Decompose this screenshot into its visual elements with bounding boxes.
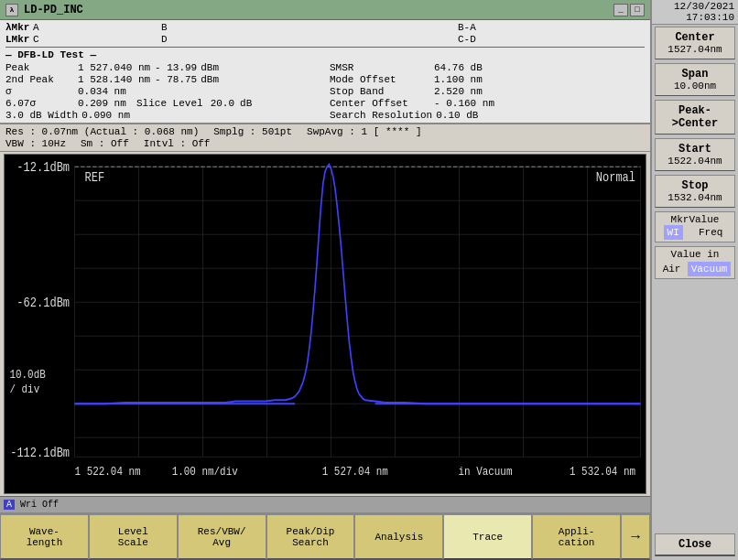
dfb-center-val: - 0.160 nm: [434, 98, 494, 109]
dfb-slice-unit: dB: [240, 98, 252, 109]
res-vbw-avg-button[interactable]: Res/VBW/Avg: [178, 514, 266, 560]
dfb-peak-unit: dBm: [201, 62, 219, 73]
center-button[interactable]: Center 1527.04nm: [655, 27, 735, 59]
span-value: 10.00nm: [657, 81, 733, 92]
settings-line-2: VBW : 10Hz Sm : Off Intvl : Off: [5, 138, 645, 149]
mkr-value-section: MkrValue WI Freq: [655, 211, 735, 242]
application-button[interactable]: Appli-cation: [532, 514, 621, 560]
span-button[interactable]: Span 10.00nm: [655, 63, 735, 96]
dfb-6sigma-val: 0.209 nm: [78, 98, 133, 109]
svg-text:/ div: / div: [9, 382, 39, 396]
res-label: Res : 0.07nm (Actual : 0.068 nm): [5, 126, 199, 137]
svg-text:1 522.04 nm: 1 522.04 nm: [75, 465, 141, 479]
dfb-smsr-row: SMSR 64.76 dB: [330, 62, 645, 73]
lambda-mkr-ba: B-A: [348, 22, 645, 33]
dfb-6sigma-row: 6.07σ 0.209 nm Slice Level 20.0 dB: [5, 98, 320, 109]
dfb-peak-dbm: - 13.99: [155, 62, 197, 73]
sm-label: Sm : Off: [81, 138, 129, 149]
lambda-mkr-b: B: [51, 22, 348, 33]
wri-bar: A Wri Off: [0, 496, 650, 512]
peak-center-button[interactable]: Peak->Center: [655, 100, 735, 135]
main-container: λ LD-PD_INC _ □ λMkr A B B-A LMkr C D C-…: [0, 0, 738, 560]
dfb-title: — DFB-LD Test —: [5, 49, 645, 60]
vacuum-option[interactable]: Vacuum: [688, 262, 732, 276]
maximize-button[interactable]: □: [630, 4, 645, 16]
marker-row-1: λMkr A B B-A: [5, 22, 645, 33]
svg-text:-12.1dBm: -12.1dBm: [16, 161, 70, 176]
svg-text:-112.1dBm: -112.1dBm: [10, 446, 70, 460]
date-display: 12/30/2021: [656, 1, 734, 12]
span-label: Span: [657, 68, 733, 81]
svg-text:in Vacuum: in Vacuum: [459, 465, 513, 479]
swpavg-label: SwpAvg : 1 [ **** ]: [307, 126, 421, 137]
dfb-peak-row: Peak 1 527.040 nm - 13.99 dBm: [5, 62, 320, 73]
info-panel: λMkr A B B-A LMkr C D C-D — DFB-LD Test …: [0, 20, 650, 124]
center-value: 1527.04nm: [657, 44, 733, 55]
dfb-left: Peak 1 527.040 nm - 13.99 dBm 2nd Peak 1…: [5, 62, 320, 121]
svg-text:1 532.04 nm: 1 532.04 nm: [570, 465, 635, 479]
dfb-search-row: Search Resolution 0.10 dB: [330, 110, 645, 121]
app-icon: λ: [5, 4, 18, 16]
dfb-smsr-label: SMSR: [330, 62, 430, 73]
title-bar-left: λ LD-PD_INC: [5, 4, 83, 16]
dfb-smsr-val: 64.76 dB: [434, 62, 483, 73]
level-scale-button[interactable]: LevelScale: [89, 514, 178, 560]
l-mkr-c: C: [33, 34, 51, 45]
stop-value: 1532.04nm: [657, 192, 733, 203]
wavelength-button[interactable]: Wave-length: [0, 514, 89, 560]
title-bar: λ LD-PD_INC _ □: [0, 0, 650, 20]
start-button[interactable]: Start 1522.04nm: [655, 138, 735, 171]
dfb-stop-row: Stop Band 2.520 nm: [330, 86, 645, 97]
stop-button[interactable]: Stop 1532.04nm: [655, 175, 735, 208]
mkr-freq-option[interactable]: Freq: [695, 225, 726, 240]
value-in-section: Value in Air Vacuum: [655, 246, 735, 279]
peak-center-label: Peak->Center: [657, 104, 733, 130]
dfb-2nd-dbm: - 78.75: [155, 74, 197, 85]
dfb-2nd-unit: dBm: [201, 74, 219, 85]
air-option[interactable]: Air: [659, 262, 685, 276]
dfb-2nd-label: 2nd Peak: [5, 74, 74, 85]
dfb-width-val: 0.090 nm: [81, 110, 130, 121]
start-value: 1522.04nm: [657, 156, 733, 167]
svg-text:10.0dB: 10.0dB: [9, 369, 45, 382]
lambda-mkr-label: λMkr: [5, 22, 33, 33]
center-label: Center: [657, 31, 733, 44]
dfb-mode-val: 1.100 nm: [434, 74, 483, 85]
arrow-button[interactable]: →: [621, 514, 650, 560]
dfb-search-label: Search Resolution: [330, 110, 432, 121]
settings-line-1: Res : 0.07nm (Actual : 0.068 nm) Smplg :…: [5, 126, 645, 137]
svg-text:1.00 nm/div: 1.00 nm/div: [172, 465, 238, 479]
svg-text:-62.1dBm: -62.1dBm: [16, 296, 70, 311]
close-button[interactable]: Close: [655, 533, 735, 556]
chart-area: -12.1dBm -62.1dBm -112.1dBm 10.0dB / div…: [4, 154, 646, 494]
window-controls: _ □: [613, 4, 645, 16]
left-panel: λ LD-PD_INC _ □ λMkr A B B-A LMkr C D C-…: [0, 0, 650, 560]
analysis-button[interactable]: Analysis: [354, 514, 443, 560]
dfb-slice-label: Slice Level: [136, 98, 203, 109]
value-options-row: Air Vacuum: [657, 262, 733, 276]
dfb-2nd-val: 1 528.140 nm: [78, 74, 151, 85]
dfb-width-row: 3.0 dB Width 0.090 nm: [5, 110, 320, 121]
trace-button[interactable]: Trace: [443, 514, 532, 560]
right-panel: 12/30/2021 17:03:10 Center 1527.04nm Spa…: [650, 0, 738, 560]
dfb-2nd-peak-row: 2nd Peak 1 528.140 nm - 78.75 dBm: [5, 74, 320, 85]
start-label: Start: [657, 143, 733, 156]
svg-rect-0: [5, 155, 646, 493]
settings-row: Res : 0.07nm (Actual : 0.068 nm) Smplg :…: [0, 124, 650, 152]
dfb-sigma-val: 0.034 nm: [78, 86, 126, 97]
dfb-6sigma-label: 6.07σ: [5, 98, 74, 109]
spacer: [652, 281, 738, 532]
wri-text: Wri: [20, 500, 37, 510]
mkr-wl-option[interactable]: WI: [664, 225, 683, 240]
stop-label: Stop: [657, 179, 733, 192]
minimize-button[interactable]: _: [613, 4, 628, 16]
chart-svg: -12.1dBm -62.1dBm -112.1dBm 10.0dB / div…: [5, 155, 646, 493]
lambda-mkr-a: A: [33, 22, 51, 33]
peak-dip-search-button[interactable]: Peak/DipSearch: [266, 514, 355, 560]
value-in-label: Value in: [657, 249, 733, 260]
intvl-label: Intvl : Off: [144, 138, 211, 149]
smplg-label: Smplg : 501pt: [213, 126, 292, 137]
marker-row-2: LMkr C D C-D: [5, 34, 645, 45]
wri-a-label: A: [4, 500, 15, 510]
l-mkr-label: LMkr: [5, 34, 33, 45]
